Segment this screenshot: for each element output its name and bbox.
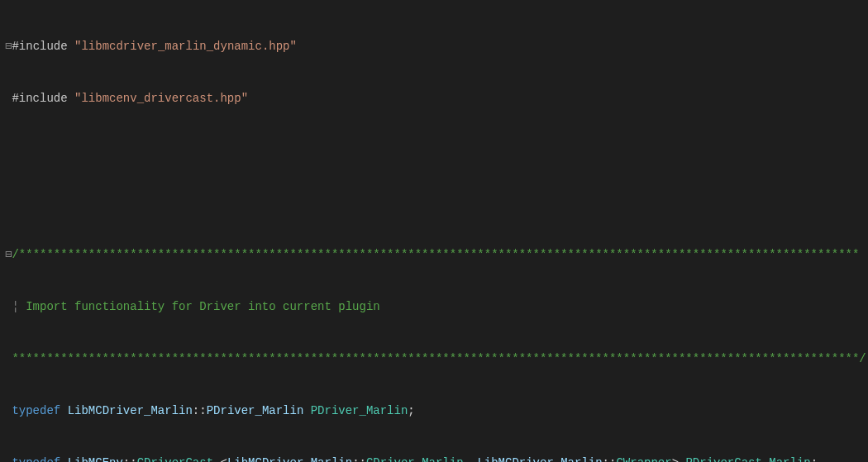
include-path: "libmcdriver_marlin_dynamic.hpp" xyxy=(74,40,297,53)
namespace: LibMCDriver_Marlin xyxy=(68,404,193,417)
namespace: LibMCEnv xyxy=(68,456,123,462)
code-line[interactable]: typedef LibMCDriver_Marlin::PDriver_Marl… xyxy=(0,402,868,420)
comment-divider: ****************************************… xyxy=(12,352,866,365)
code-line[interactable]: ⊟/**************************************… xyxy=(0,246,868,264)
keyword: typedef xyxy=(12,404,60,417)
comment-divider: /***************************************… xyxy=(12,248,859,261)
code-line[interactable]: #include "libmcenv_drivercast.hpp" xyxy=(0,90,868,107)
code-line[interactable]: ¦ Import functionality for Driver into c… xyxy=(0,298,868,316)
code-line[interactable]: ****************************************… xyxy=(0,350,868,368)
include-path: "libmcenv_drivercast.hpp" xyxy=(74,92,248,105)
code-line[interactable]: typedef LibMCEnv::CDriverCast <LibMCDriv… xyxy=(0,455,868,462)
comment-section: Import functionality for Driver into cur… xyxy=(19,300,380,313)
type: CDriver_Marlin xyxy=(366,456,464,462)
code-line[interactable] xyxy=(0,194,868,212)
code-line[interactable]: ⊟#include "libmcdriver_marlin_dynamic.hp… xyxy=(0,38,868,55)
keyword: typedef xyxy=(12,456,60,462)
namespace: LibMCDriver_Marlin xyxy=(227,456,352,462)
preproc-directive: #include xyxy=(12,40,67,53)
preproc-directive: #include xyxy=(12,92,67,105)
type-alias: PDriver_Marlin xyxy=(311,404,408,417)
code-editor[interactable]: ⊟#include "libmcdriver_marlin_dynamic.hp… xyxy=(0,0,868,462)
type-alias: PDriverCast_Marlin xyxy=(685,456,810,462)
namespace: LibMCDriver_Marlin xyxy=(477,456,602,462)
code-line[interactable] xyxy=(0,142,868,160)
type: CWrapper xyxy=(616,456,671,462)
type: PDriver_Marlin xyxy=(207,404,304,417)
type: CDriverCast xyxy=(137,456,213,462)
